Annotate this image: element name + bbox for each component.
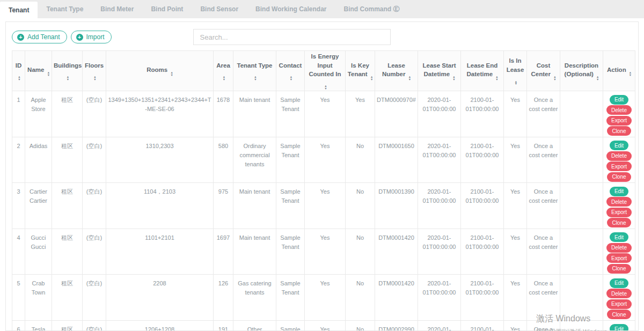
export-button[interactable]: Export [606,208,632,217]
clone-button[interactable]: Clone [607,172,631,182]
column-label: Lease Start Datetime [422,62,456,78]
cell-buildings: 租区 [52,275,83,321]
column-header-is_in_lease[interactable]: Is In Lease ▴▾ [504,51,527,91]
cell-tenant_type: Main tenant [233,183,276,229]
column-label: Is Energy Input Counted In [309,53,341,77]
edit-button[interactable]: Edit [610,324,628,331]
cell-lease_number: DTM0000970# [375,91,418,137]
tab-bind-meter[interactable]: Bind Meter [92,0,142,18]
tab-bind-command[interactable]: Bind Command Ⓔ [335,0,408,18]
cell-floors: (空白) [83,183,106,229]
cell-description [560,275,603,321]
export-button[interactable]: Export [606,161,632,171]
sort-icon: ▴▾ [597,76,598,80]
column-label: Is Key Tenant [348,62,369,78]
cell-id: 5 [12,275,25,321]
column-header-lease_start_datetime[interactable]: Lease Start Datetime ▴▾ [418,51,461,91]
cell-rooms: 1310,2303 [106,137,214,183]
cell-is_in_lease: Yes [504,275,527,321]
cell-cost_center: Once a cost center [527,91,560,137]
cell-actions: EditDeleteExportClone [603,229,635,275]
clone-button[interactable]: Clone [607,126,631,136]
column-header-tenant_type[interactable]: Tenant Type ▴▾ [233,51,276,91]
delete-button[interactable]: Delete [606,243,632,253]
tab-tenant-type[interactable]: Tenant Type [38,0,92,18]
column-header-is_key_tenant[interactable]: Is Key Tenant ▴▾ [346,51,375,91]
cell-is_in_lease: Yes [504,183,527,229]
tab-bind-working-calendar[interactable]: Bind Working Calendar [247,0,335,18]
column-header-floors[interactable]: Floors ▴▾ [83,51,106,91]
cell-id: 2 [12,137,25,183]
export-button[interactable]: Export [606,299,632,309]
cell-lease_number: DTM0001420 [375,229,418,275]
edit-button[interactable]: Edit [610,95,628,105]
column-header-id[interactable]: ID ▴▾ [12,51,25,91]
column-header-description[interactable]: Description (Optional) ▴▾ [560,51,603,91]
tab-tenant[interactable]: Tenant [0,2,38,18]
cell-is_key_tenant: No [346,137,375,183]
column-header-buildings[interactable]: Buildings ▴▾ [52,51,83,91]
cell-buildings: 租区 [52,91,83,137]
edit-button[interactable]: Edit [610,187,628,196]
cell-area: 126 [214,275,233,321]
delete-button[interactable]: Delete [606,289,632,298]
cell-actions: EditDeleteExportClone [603,91,635,137]
cell-buildings: 租区 [52,229,83,275]
import-button[interactable]: + Import [71,31,112,43]
add-tenant-button[interactable]: + Add Tenant [12,31,67,43]
cell-is_in_lease: Yes [504,137,527,183]
tab-bind-point[interactable]: Bind Point [142,0,192,18]
clone-button[interactable]: Clone [607,310,631,319]
table-row: 1Apple Store租区(空白)1349+1350+1351+2341+23… [12,91,635,137]
cell-floors: (空白) [83,137,106,183]
tenant-table: ID ▴▾Name ▴▾Buildings ▴▾Floors ▴▾Rooms ▴… [12,50,635,331]
export-button[interactable]: Export [606,116,632,126]
cell-rooms: 1349+1350+1351+2341+2343+2344+T-ME-SE-06 [106,91,214,137]
cell-lease_number: DTM0001420 [375,275,418,321]
delete-button[interactable]: Delete [606,151,632,161]
cell-area: 1678 [214,91,233,137]
cell-description [560,183,603,229]
cell-actions: EditDeleteExportClone [603,275,635,321]
cell-floors: (空白) [83,91,106,137]
edit-button[interactable]: Edit [610,232,628,242]
cell-is_in_lease: Yes [504,320,527,331]
cell-is_energy_input_counted_in: Yes [305,229,346,275]
cell-tenant_type: Main tenant [233,229,276,275]
column-header-rooms[interactable]: Rooms ▴▾ [106,51,214,91]
cell-lease_end_datetime: 2100-01-01T00:00:00 [461,183,504,229]
cell-name: Cartier Cartier [25,183,52,229]
edit-button[interactable]: Edit [610,278,628,288]
search-input[interactable] [193,29,391,45]
column-header-name[interactable]: Name ▴▾ [25,51,52,91]
cell-is_key_tenant: No [346,275,375,321]
export-button[interactable]: Export [606,253,632,263]
cell-cost_center: Once a cost center [527,229,560,275]
column-header-contact[interactable]: Contact ▴▾ [276,51,305,91]
cell-is_key_tenant: No [346,183,375,229]
column-header-cost_center[interactable]: Cost Center ▴▾ [527,51,560,91]
cell-contact: Sample Tenant [276,229,305,275]
cell-is_in_lease: Yes [504,229,527,275]
clone-button[interactable]: Clone [607,264,631,274]
cell-description [560,137,603,183]
cell-cost_center: Once a cost center [527,275,560,321]
edit-button[interactable]: Edit [610,141,628,150]
cell-name: Adidas [25,137,52,183]
cell-description [560,320,603,331]
column-header-area[interactable]: Area ▴▾ [214,51,233,91]
cell-name: Tesla [25,320,52,331]
cell-is_energy_input_counted_in: Yes [305,91,346,137]
clone-button[interactable]: Clone [607,218,631,227]
column-label: Buildings [54,62,82,69]
column-header-lease_number[interactable]: Lease Number ▴▾ [375,51,418,91]
cell-lease_number: DTM0001390 [375,183,418,229]
column-header-is_energy_input_counted_in[interactable]: Is Energy Input Counted In ▴▾ [305,51,346,91]
delete-button[interactable]: Delete [606,105,632,115]
column-header-lease_end_datetime[interactable]: Lease End Datetime ▴▾ [461,51,504,91]
tab-bind-sensor[interactable]: Bind Sensor [192,0,247,18]
column-header-actions[interactable]: Action ▴▾ [603,51,635,91]
delete-button[interactable]: Delete [606,197,632,207]
sort-icon: ▴▾ [325,85,326,90]
cell-description [560,229,603,275]
